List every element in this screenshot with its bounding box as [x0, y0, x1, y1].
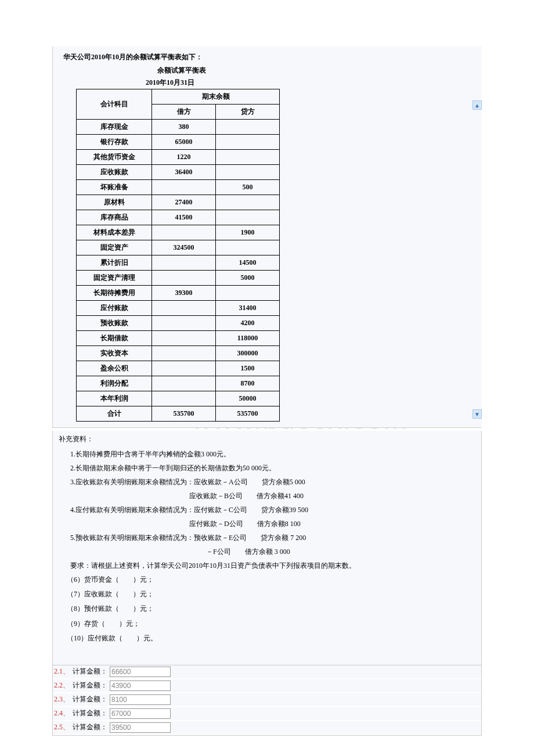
supp-item: 应付账款－D公司 借方余额8 100	[59, 519, 481, 529]
answer-label: 计算金额：	[73, 708, 107, 718]
scroll-down-icon[interactable]: ▼	[472, 409, 482, 419]
cell-debit: 39300	[152, 286, 216, 301]
answer-input[interactable]	[110, 694, 171, 705]
table-row: 固定资产清理5000	[77, 271, 280, 286]
cell-credit	[216, 240, 280, 255]
table-row: 银行存款65000	[77, 135, 280, 150]
table-row: 库存现金380	[77, 120, 280, 135]
trial-balance-block: ▲ ▼ 华天公司2010年10月的余额试算平衡表如下： 余额试算平衡表 2010…	[52, 46, 482, 428]
block-title: 华天公司2010年10月的余额试算平衡表如下：	[53, 52, 482, 62]
answer-label: 计算金额：	[73, 681, 107, 690]
scroll-up-icon[interactable]: ▲	[472, 100, 482, 110]
supp-item: 3.应收账款有关明细账期末余额情况为：应收账款－A公司 贷方余额5 000	[59, 477, 481, 487]
cell-credit	[216, 195, 280, 210]
table-row: 长期借款118000	[77, 331, 280, 346]
cell-debit	[152, 180, 216, 195]
cell-debit	[152, 376, 216, 391]
table-row: 材料成本差异1900	[77, 225, 280, 240]
table-row: 固定资产324500	[77, 240, 280, 255]
table-row: 盈余公积1500	[77, 361, 280, 376]
answer-number: 2.3、	[53, 694, 70, 704]
cell-subject: 长期借款	[77, 331, 152, 346]
answer-label: 计算金额：	[73, 722, 107, 732]
answer-input[interactable]	[110, 667, 171, 677]
supp-requirement: 要求：请根据上述资料，计算华天公司2010年10月31日资产负债表中下列报表项目…	[59, 560, 481, 571]
table-row: 利润分配8700	[77, 376, 280, 391]
cell-debit	[152, 361, 216, 376]
cell-debit: 380	[152, 120, 216, 135]
cell-subject: 其他货币资金	[77, 150, 152, 165]
cell-debit	[152, 271, 216, 286]
cell-subject: 长期待摊费用	[77, 286, 152, 301]
cell-credit	[216, 210, 280, 225]
answer-row: 2.2、计算金额：	[53, 679, 481, 692]
answer-number: 2.4、	[53, 708, 70, 718]
answer-row: 2.3、计算金额：	[53, 693, 481, 706]
cell-credit: 500	[216, 180, 280, 195]
cell-debit	[152, 301, 216, 316]
cell-credit	[216, 120, 280, 135]
answer-input[interactable]	[110, 708, 171, 719]
th-debit: 借方	[152, 105, 216, 120]
cell-credit: 118000	[216, 331, 280, 346]
question-item: （7）应收账款（ ）元；	[59, 589, 481, 600]
question-item: （9）存货（ ）元；	[59, 618, 481, 629]
table-row: 库存商品41500	[77, 210, 280, 225]
cell-debit	[152, 316, 216, 331]
cell-subject: 利润分配	[77, 376, 152, 391]
cell-subject: 累计折旧	[77, 255, 152, 271]
table-row: 应收账款36400	[77, 165, 280, 180]
question-item: （10）应付账款（ ）元。	[59, 633, 481, 644]
supplement-heading: 补充资料：	[59, 434, 481, 444]
answers-block: 2.1、计算金额：2.2、计算金额：2.3、计算金额：2.4、计算金额：2.5、…	[52, 665, 482, 736]
cell-subject: 坏账准备	[77, 180, 152, 195]
cell-debit: 535700	[152, 406, 216, 422]
cell-debit	[152, 391, 216, 406]
supplement-block: 补充资料： 1.长期待摊费用中含将于半年内摊销的金额3 000元。 2.长期借款…	[52, 431, 482, 665]
cell-credit: 5000	[216, 271, 280, 286]
cell-subject: 库存现金	[77, 120, 152, 135]
cell-credit: 1500	[216, 361, 280, 376]
cell-debit	[152, 346, 216, 361]
cell-credit: 50000	[216, 391, 280, 406]
cell-credit: 300000	[216, 346, 280, 361]
cell-subject: 本年利润	[77, 391, 152, 406]
answer-number: 2.1、	[53, 667, 70, 676]
answer-row: 2.5、计算金额：	[53, 721, 481, 734]
cell-credit: 4200	[216, 316, 280, 331]
cell-subject: 库存商品	[77, 210, 152, 225]
table-row: 预收账款4200	[77, 316, 280, 331]
cell-debit: 1220	[152, 150, 216, 165]
cell-debit: 324500	[152, 240, 216, 255]
cell-credit: 535700	[216, 406, 280, 422]
th-subject: 会计科目	[77, 89, 152, 120]
table-row: 合计535700535700	[77, 406, 280, 422]
table-row: 累计折旧14500	[77, 255, 280, 271]
answer-input[interactable]	[110, 722, 171, 733]
th-credit: 贷方	[216, 105, 280, 120]
table-row: 本年利润50000	[77, 391, 280, 406]
answer-number: 2.5、	[53, 722, 70, 732]
cell-debit	[152, 255, 216, 271]
cell-credit: 1900	[216, 225, 280, 240]
cell-subject: 合计	[77, 406, 152, 422]
cell-subject: 盈余公积	[77, 361, 152, 376]
cell-credit	[216, 135, 280, 150]
answer-row: 2.1、计算金额：	[53, 665, 481, 678]
table-title: 余额试算平衡表	[53, 66, 482, 75]
cell-subject: 预收账款	[77, 316, 152, 331]
cell-debit: 36400	[152, 165, 216, 180]
supp-item: －F公司 借方余额 3 000	[59, 546, 481, 557]
supp-item: 4.应付账款有关明细账期末余额情况为：应付账款－C公司 贷方余额39 500	[59, 505, 481, 515]
answer-number: 2.2、	[53, 681, 70, 690]
th-balance-group: 期末余额	[152, 89, 280, 105]
cell-debit: 41500	[152, 210, 216, 225]
cell-subject: 银行存款	[77, 135, 152, 150]
supp-item: 1.长期待摊费用中含将于半年内摊销的金额3 000元。	[59, 449, 481, 459]
cell-subject: 固定资产	[77, 240, 152, 255]
cell-subject: 原材料	[77, 195, 152, 210]
table-row: 原材料27400	[77, 195, 280, 210]
supp-item: 5.预收账款有关明细账期末余额情况为：预收账款－E公司 贷方余额 7 200	[59, 532, 481, 543]
answer-input[interactable]	[110, 681, 171, 691]
table-row: 实收资本300000	[77, 346, 280, 361]
